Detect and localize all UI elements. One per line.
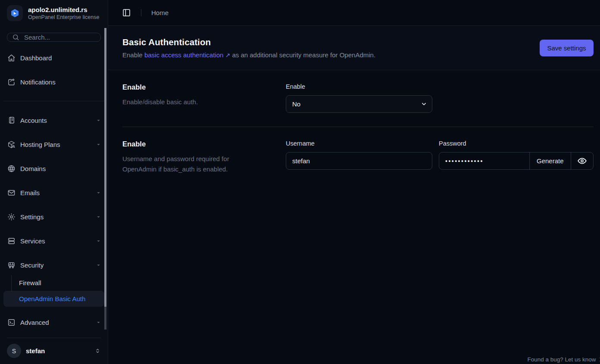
chevron-down-icon <box>96 190 101 195</box>
sidebar-item-label: Domains <box>20 165 101 172</box>
sidebar-item-label: Accounts <box>20 117 91 124</box>
page-subtitle: Enable basic access authentication ↗ as … <box>122 51 375 59</box>
sidebar-item-label: Settings <box>20 213 91 221</box>
generate-password-button[interactable]: Generate <box>529 152 571 169</box>
enable-field-label: Enable <box>286 83 432 90</box>
page-title: Basic Authentication <box>122 37 375 47</box>
external-link-icon: ↗ <box>225 52 231 59</box>
subtitle-text: Enable <box>122 51 144 59</box>
sidebar-item-security[interactable]: Security <box>3 256 104 274</box>
chevron-down-icon <box>96 263 101 268</box>
topbar: Home <box>108 0 600 26</box>
brand-title: apolo2.unlimited.rs <box>28 6 99 14</box>
openpanel-logo-icon <box>7 5 23 21</box>
home-icon <box>7 54 16 62</box>
sidebar-scrollbar-thumb[interactable] <box>104 28 106 307</box>
report-bug-link[interactable]: Found a bug? Let us know <box>527 356 600 363</box>
security-icon <box>7 261 16 269</box>
sidebar-item-label: Emails <box>20 189 91 196</box>
chevrons-up-down-icon <box>94 348 101 354</box>
section-description: Enable/disable basic auth. <box>122 97 232 107</box>
hosting-plans-icon <box>7 140 16 149</box>
notifications-icon <box>7 78 16 86</box>
submenu-indent-line <box>11 275 12 292</box>
show-password-button[interactable] <box>571 152 593 169</box>
section-heading: Enable <box>122 83 269 91</box>
server-icon <box>7 237 16 245</box>
section-heading: Enable <box>122 140 269 148</box>
chevron-down-icon <box>96 118 101 123</box>
sidebar-item-accounts[interactable]: Accounts <box>3 112 104 129</box>
sidebar-footer: S stefan <box>0 338 108 364</box>
eye-icon <box>577 156 587 166</box>
sidebar-item-firewall[interactable]: Firewall <box>3 274 104 291</box>
search-input[interactable] <box>23 33 96 41</box>
sidebar-item-label: Dashboard <box>20 54 101 62</box>
page-header: Basic Authentication Enable basic access… <box>108 26 600 70</box>
username-input[interactable] <box>286 152 432 170</box>
chevron-down-icon <box>96 320 101 325</box>
sidebar-item-dashboard[interactable]: Dashboard <box>3 49 104 66</box>
sidebar-item-openadmin-basic-auth[interactable]: OpenAdmin Basic Auth <box>3 291 104 307</box>
subtitle-text: as an additional security measure for Op… <box>230 51 375 59</box>
search-icon <box>12 34 19 41</box>
password-label: Password <box>439 140 594 147</box>
chevron-down-icon <box>96 215 101 219</box>
basic-auth-doc-link[interactable]: basic access authentication <box>144 51 223 59</box>
sidebar-item-label: Hosting Plans <box>20 141 91 148</box>
sidebar-item-label: OpenAdmin Basic Auth <box>19 295 85 302</box>
sidebar-nav: Dashboard Notifications Accounts <box>0 49 108 338</box>
chevron-right-icon <box>598 357 600 362</box>
sidebar-toggle-button[interactable] <box>122 8 131 17</box>
enable-select[interactable]: No <box>286 95 432 113</box>
password-group: Generate <box>439 152 594 170</box>
chevron-down-icon <box>96 239 101 243</box>
sidebar-item-domains[interactable]: Domains <box>3 160 104 177</box>
sidebar-item-label: Advanced <box>20 319 91 326</box>
sidebar-item-label: Services <box>20 237 91 245</box>
sidebar-item-advanced[interactable]: Advanced <box>3 314 104 331</box>
section-description: Username and password required for OpenA… <box>122 154 232 174</box>
terminal-icon <box>7 318 16 327</box>
sidebar-item-label: Notifications <box>20 78 101 86</box>
accounts-icon <box>7 116 16 124</box>
mail-icon <box>7 189 16 197</box>
user-divider <box>7 338 101 338</box>
password-input[interactable] <box>439 152 529 169</box>
breadcrumb-home[interactable]: Home <box>151 9 169 16</box>
sidebar-item-services[interactable]: Services <box>3 232 104 249</box>
chevron-down-icon <box>96 142 101 147</box>
sidebar-item-hosting-plans[interactable]: Hosting Plans <box>3 136 104 153</box>
main-area: Home Basic Authentication Enable basic a… <box>108 0 600 364</box>
gear-icon <box>7 213 16 221</box>
sidebar-item-label: Firewall <box>19 279 41 286</box>
save-settings-button[interactable]: Save settings <box>540 40 593 56</box>
sidebar-divider <box>3 101 104 101</box>
security-submenu: Firewall OpenAdmin Basic Auth <box>3 274 104 307</box>
user-name: stefan <box>26 347 90 355</box>
user-menu[interactable]: S stefan <box>7 344 101 358</box>
bug-link-text: Found a bug? Let us know <box>527 356 596 363</box>
brand-subtitle: OpenPanel Enterprise license <box>28 14 99 20</box>
settings-form: Enable Enable/disable basic auth. Enable… <box>108 70 600 188</box>
search-box[interactable] <box>7 33 101 42</box>
enable-row: Enable Enable/disable basic auth. Enable… <box>122 70 594 127</box>
credentials-row: Enable Username and password required fo… <box>122 127 594 188</box>
brand: apolo2.unlimited.rs OpenPanel Enterprise… <box>0 0 108 21</box>
sidebar-item-emails[interactable]: Emails <box>3 184 104 201</box>
avatar: S <box>7 344 21 358</box>
sidebar-item-label: Security <box>20 261 91 269</box>
username-label: Username <box>286 140 432 147</box>
topbar-separator <box>141 9 141 16</box>
sidebar-item-settings[interactable]: Settings <box>3 208 104 225</box>
sidebar-item-notifications[interactable]: Notifications <box>3 73 104 90</box>
globe-icon <box>7 165 16 173</box>
sidebar: apolo2.unlimited.rs OpenPanel Enterprise… <box>0 0 108 364</box>
sidebar-scrollbar[interactable] <box>104 28 106 330</box>
